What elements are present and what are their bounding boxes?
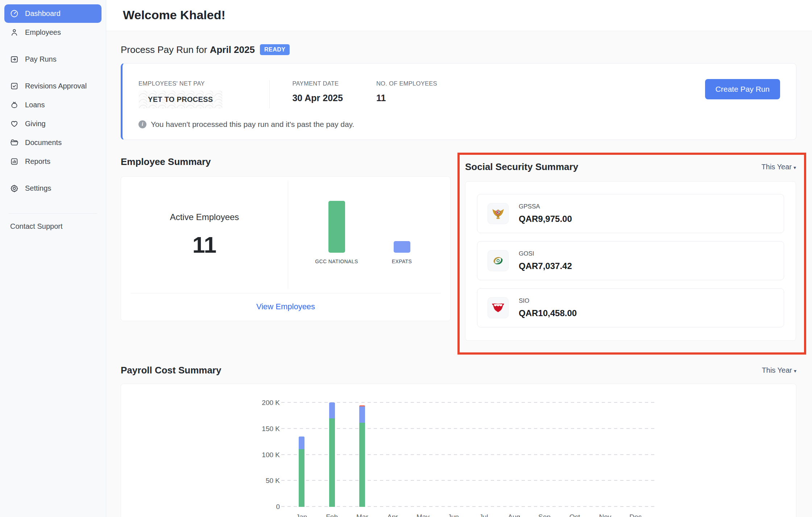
x-axis-label: Jul 2025: [476, 513, 491, 517]
sidebar-item-label: Employees: [25, 28, 61, 37]
payroll-chart: 050 K100 K150 K200 KJan 2025Feb 2025Mar …: [286, 403, 651, 507]
payroll-cost-section: Payroll Cost Summary This Year▾ 050 K100…: [121, 365, 796, 517]
gridline: [281, 402, 654, 403]
social-security-row-text: GPSSA QAR9,975.00: [519, 203, 572, 224]
social-security-card: GPSSA QAR9,975.00: [465, 181, 796, 341]
mini-bar-label: GCC NATIONALS: [315, 258, 359, 279]
sidebar-item-label: Pay Runs: [25, 55, 57, 63]
employee-count-label: NO. OF EMPLOYEES: [376, 80, 437, 87]
sidebar-item-label: Revisions Approval: [25, 82, 87, 90]
pay-runs-icon: [10, 55, 19, 64]
employee-count-value: 11: [376, 93, 437, 103]
bar-stack-feb-2025: [329, 402, 335, 507]
social-security-row-sio: SIO QAR10,458.00: [477, 288, 784, 327]
employee-summary-section: Employee Summary Active Employees 11 GCC…: [121, 153, 451, 321]
authority-amount: QAR7,037.42: [519, 261, 572, 271]
social-security-period-filter[interactable]: This Year▾: [762, 163, 796, 171]
pay-run-card: EMPLOYEES' NET PAY YET TO PROCESS PAYMEN…: [121, 63, 796, 140]
mini-bar-group: EXPATS: [380, 201, 424, 279]
net-pay-field: EMPLOYEES' NET PAY YET TO PROCESS: [138, 80, 222, 108]
process-pay-run-section: Process Pay Run for April 2025READY EMPL…: [121, 44, 796, 140]
field-divider: [269, 80, 270, 108]
active-employees-label: Active Employees: [170, 212, 239, 222]
sidebar-item-label: Dashboard: [25, 9, 61, 18]
net-pay-label: EMPLOYEES' NET PAY: [138, 80, 222, 87]
payroll-period-filter[interactable]: This Year▾: [762, 366, 796, 375]
info-icon: i: [138, 120, 146, 128]
pay-run-info-row: i You haven't processed this pay run and…: [138, 120, 780, 129]
x-axis-label: Oct 2025: [567, 513, 582, 517]
sidebar: Dashboard Employees Pay Runs Revisions A…: [0, 0, 106, 517]
sidebar-item-revisions-approval[interactable]: Revisions Approval: [4, 77, 102, 95]
sidebar-item-documents[interactable]: Documents: [4, 133, 102, 152]
authority-name: GPSSA: [519, 203, 572, 210]
employee-summary-card: Active Employees 11 GCC NATIONALSEXPATS …: [121, 176, 451, 321]
page-header: Welcome Khaled!: [106, 0, 812, 31]
active-employees-block: Active Employees 11: [121, 177, 288, 293]
contact-support-link[interactable]: Contact Support: [4, 214, 102, 239]
chevron-down-icon: ▾: [794, 368, 796, 374]
create-pay-run-button[interactable]: Create Pay Run: [705, 79, 780, 99]
x-axis-label: Sep 2025: [537, 513, 552, 517]
pay-run-period: April 2025: [210, 44, 255, 55]
employee-mini-chart: GCC NATIONALSEXPATS: [315, 201, 424, 279]
employee-count-field: NO. OF EMPLOYEES 11: [376, 80, 437, 103]
mini-bar-group: GCC NATIONALS: [315, 201, 359, 279]
revisions-approval-icon: [10, 82, 19, 91]
x-axis-label: Aug 2025: [506, 513, 522, 517]
payroll-cost-title: Payroll Cost Summary: [121, 365, 221, 376]
authority-amount: QAR10,458.00: [519, 308, 577, 318]
sidebar-group-gap: [4, 69, 102, 77]
bar-segment-green: [299, 449, 304, 507]
gridline: [281, 454, 654, 455]
pay-run-title: Process Pay Run for April 2025READY: [121, 44, 796, 55]
view-employees-link[interactable]: View Employees: [256, 293, 315, 321]
sidebar-item-label: Loans: [25, 101, 45, 109]
sidebar-item-reports[interactable]: Reports: [4, 152, 102, 171]
y-axis-tick: 150 K: [244, 425, 280, 433]
authority-name: SIO: [519, 297, 577, 305]
authority-amount: QAR9,975.00: [519, 214, 572, 224]
page-title: Welcome Khaled!: [123, 8, 795, 22]
social-security-row-gpssa: GPSSA QAR9,975.00: [477, 194, 784, 233]
employee-card-footer: View Employees: [130, 293, 441, 321]
gridline: [281, 480, 654, 481]
bar-segment-blue: [299, 437, 304, 449]
bar-stack-jan-2025: [299, 437, 304, 507]
bar-segment-blue: [329, 402, 335, 419]
sidebar-item-label: Giving: [25, 120, 46, 128]
sidebar-item-loans[interactable]: Loans: [4, 96, 102, 114]
x-axis-label: Jan 2025: [294, 513, 309, 517]
filter-label: This Year: [762, 366, 792, 374]
pay-run-title-prefix: Process Pay Run for: [121, 44, 210, 55]
x-axis-label: Nov 2025: [597, 513, 613, 517]
mini-bar-label: EXPATS: [380, 258, 424, 279]
sidebar-item-pay-runs[interactable]: Pay Runs: [4, 50, 102, 69]
sidebar-item-label: Reports: [25, 157, 50, 166]
bahrain-emblem-icon: [488, 297, 509, 318]
giving-icon: [10, 119, 19, 128]
uae-emblem-icon: [488, 203, 509, 224]
social-security-row-text: SIO QAR10,458.00: [519, 297, 577, 318]
dashboard-icon: [10, 9, 19, 18]
x-axis-label: Feb 2025: [324, 513, 339, 517]
employees-icon: [10, 28, 19, 37]
bar-segment-green: [329, 418, 335, 507]
payment-date-label: PAYMENT DATE: [292, 80, 343, 87]
payroll-cost-card: 050 K100 K150 K200 KJan 2025Feb 2025Mar …: [121, 384, 796, 517]
y-axis-tick: 100 K: [244, 451, 280, 459]
social-security-title: Social Security Summary: [465, 161, 578, 173]
settings-icon: [10, 184, 19, 193]
payment-date-value: 30 Apr 2025: [292, 93, 343, 103]
x-axis-label: Dec 2025: [628, 513, 643, 517]
sidebar-group-gap: [4, 171, 102, 179]
x-axis-label: Mar 2025: [355, 513, 370, 517]
authority-name: GOSI: [519, 250, 572, 257]
chevron-down-icon: ▾: [794, 165, 796, 170]
sidebar-item-dashboard[interactable]: Dashboard: [4, 4, 102, 23]
sidebar-item-settings[interactable]: Settings: [4, 179, 102, 198]
sidebar-item-employees[interactable]: Employees: [4, 23, 102, 42]
employee-summary-title: Employee Summary: [121, 156, 211, 167]
mini-bar: [328, 201, 345, 253]
sidebar-item-giving[interactable]: Giving: [4, 115, 102, 133]
